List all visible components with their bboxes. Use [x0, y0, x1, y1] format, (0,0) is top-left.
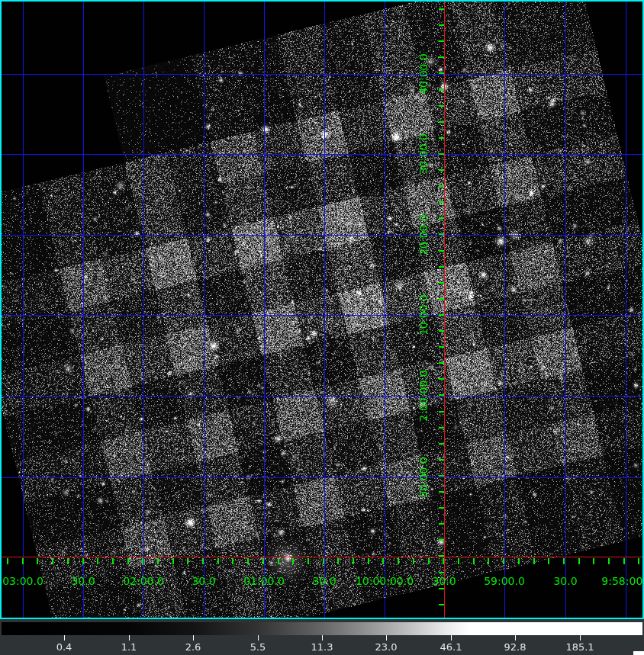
colorbar-value: 11.3 — [299, 641, 345, 653]
colorbar-value: 92.8 — [492, 641, 538, 653]
colorbar-tick — [515, 635, 516, 641]
colorbar-value: 2.6 — [170, 641, 216, 653]
colorbar-tick — [386, 635, 387, 641]
colorbar-value: 0.4 — [41, 641, 87, 653]
resize-handle[interactable] — [633, 651, 644, 655]
colorbar-tick — [322, 635, 323, 641]
colorbar-tick — [580, 635, 581, 641]
colorbar-tick — [64, 635, 65, 641]
fits-viewer: 03:00.030.002:00.030.001:00.030.010:00:0… — [0, 0, 644, 655]
colorbar-tick — [451, 635, 452, 641]
colorbar-tick — [129, 635, 130, 641]
colorbar-gradient[interactable] — [2, 622, 642, 635]
colorbar-value: 1.1 — [106, 641, 152, 653]
colorbar-value: 185.1 — [557, 641, 603, 653]
colorbar-value: 23.0 — [363, 641, 409, 653]
colorbar-value: 5.5 — [235, 641, 281, 653]
sky-image[interactable] — [0, 0, 644, 619]
colorbar-value: 46.1 — [428, 641, 474, 653]
colorbar-tick — [193, 635, 194, 641]
colorbar-panel: 0.41.12.65.511.323.046.192.8185.1 — [0, 619, 644, 655]
colorbar-tick — [258, 635, 259, 641]
